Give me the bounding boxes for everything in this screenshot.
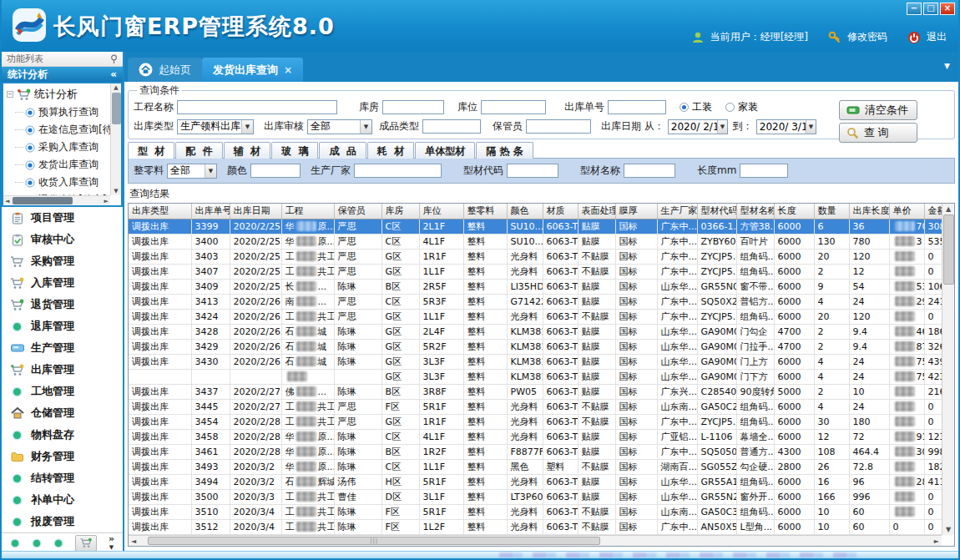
sidebar-item-工地管理[interactable]: 工地管理	[2, 381, 123, 402]
material-tab[interactable]: 成 品	[319, 142, 366, 159]
keeper-input[interactable]	[526, 119, 591, 134]
sidebar-item-入库管理[interactable]: 入库管理	[2, 272, 123, 294]
profile-name-input[interactable]	[624, 164, 675, 178]
table-row[interactable]: G区3L3F整料KLM38176063-T5贴膜国标山东华...GA90M09.…	[129, 369, 952, 384]
table-vertical-scrollbar[interactable]: ▲ ▼	[942, 204, 954, 535]
dot-icon[interactable]	[32, 538, 42, 548]
maximize-button[interactable]: □	[923, 3, 938, 15]
gongzhuang-radio[interactable]	[680, 103, 689, 112]
close-window-button[interactable]: ×	[940, 3, 955, 15]
column-header-no[interactable]: 出库单号	[191, 204, 230, 219]
jiazhuang-radio[interactable]	[725, 103, 735, 112]
dot-icon[interactable]	[10, 538, 20, 548]
column-header-type[interactable]: 出库类型	[129, 204, 191, 219]
scroll-right-icon[interactable]: ►	[934, 537, 939, 545]
column-header-surface[interactable]: 表面处理	[578, 204, 615, 219]
table-row[interactable]: 调拨出库34092020/2/25长...陈琳B区2R5F整料LI35HD606…	[129, 279, 952, 294]
scroll-down-icon[interactable]: ▼	[946, 526, 951, 533]
out-type-select[interactable]: 生产领料出库 ▼	[177, 119, 254, 134]
table-row[interactable]: 调拨出库34242020/2/26工共工程严思G区1L1F整料光身料6063-T…	[129, 309, 952, 324]
table-row[interactable]: 调拨出库35122020/3/4工共工程陈琳F区1L2F整料光身料6063-T5…	[129, 519, 952, 534]
material-tab[interactable]: 玻 璃	[271, 142, 318, 159]
material-tab[interactable]: 单体型材	[415, 142, 475, 159]
column-header-price[interactable]: 单价	[889, 204, 924, 219]
length-input[interactable]	[740, 164, 788, 178]
tree-item[interactable]: 收货入库查询	[3, 174, 121, 191]
table-row[interactable]: 调拨出库34582020/2/28华原...陈琳C区4L1F整料光身料6063-…	[129, 429, 952, 444]
table-row[interactable]: 调拨出库34282020/2/26石城陈琳G区2L4F整料KLM38176063…	[129, 324, 952, 339]
tree-root[interactable]: − 统计分析	[3, 83, 121, 103]
table-row[interactable]: 调拨出库34302020/2/26石城陈琳G区3L3F整料KLM38176063…	[129, 354, 952, 369]
warehouse-input[interactable]	[382, 100, 444, 114]
table-row[interactable]: 调拨出库34132020/2/26南...严思C区5R3F整料G71422606…	[129, 294, 952, 309]
column-header-qty[interactable]: 数量	[814, 204, 849, 219]
clear-conditions-button[interactable]: 清空条件	[839, 100, 917, 120]
dot-icon[interactable]	[53, 538, 63, 548]
sidebar-item-仓储管理[interactable]: 仓储管理	[2, 402, 123, 424]
tab-shipment-out-query[interactable]: 发货出库查询 ×	[202, 58, 303, 82]
column-header-project[interactable]: 工程	[281, 204, 334, 219]
sidebar-item-补单中心[interactable]: 补单中心	[2, 489, 123, 511]
whole-select[interactable]: 全部 ▼	[167, 164, 217, 179]
table-row[interactable]: 调拨出库35002020/3/3工共工程曹佳D区3L1F整料LT3P606063…	[129, 489, 952, 504]
scroll-left-icon[interactable]: ◄	[131, 537, 136, 545]
table-row[interactable]: 调拨出库34612020/2/28华原...陈琳B区1R2F整料F8877FT6…	[129, 444, 952, 459]
sidebar-item-财务管理[interactable]: 财务管理	[2, 446, 123, 467]
product-type-input[interactable]	[422, 119, 481, 134]
table-row[interactable]: 调拨出库34002020/2/25华原...严思C区4L1F整料SU10...6…	[129, 234, 952, 249]
scroll-right-icon[interactable]: ►	[104, 198, 109, 204]
column-header-date[interactable]: 出库日期	[230, 204, 281, 219]
material-tab[interactable]: 耗 材	[367, 142, 414, 159]
sidebar-item-项目管理[interactable]: 项目管理	[2, 207, 123, 229]
table-row[interactable]: 调拨出库34932020/3/2华原...陈琳C区1L1F整料黑色塑料不贴膜国标…	[129, 459, 952, 474]
sidebar-item-审核中心[interactable]: 审核中心	[2, 229, 123, 250]
scroll-thumb[interactable]	[13, 197, 73, 204]
table-horizontal-scrollbar[interactable]: ◄ ||| ►	[129, 535, 942, 546]
material-tab[interactable]: 隔 热 条	[476, 142, 533, 159]
search-button[interactable]: 查 询	[839, 123, 917, 143]
material-tab[interactable]: 配 件	[175, 142, 222, 159]
cart-button[interactable]	[75, 535, 97, 552]
location-input[interactable]	[481, 100, 546, 114]
column-header-warehouse[interactable]: 库房	[381, 204, 419, 219]
table-row[interactable]: 调拨出库35102020/3/4工共工程陈琳F区5R1F整料光身料6063-T5…	[129, 504, 952, 519]
column-header-material[interactable]: 材质	[543, 204, 578, 219]
column-header-length[interactable]: 长度	[774, 204, 814, 219]
column-header-code[interactable]: 型材代码	[697, 204, 736, 219]
close-tab-icon[interactable]: ×	[284, 64, 292, 76]
date-from-select[interactable]: 2020/ 2/16 ▼	[668, 119, 728, 134]
profile-code-input[interactable]	[507, 164, 558, 178]
column-header-name[interactable]: 型材名称	[736, 204, 774, 219]
column-header-whole[interactable]: 整零料	[463, 204, 507, 219]
tree-item[interactable]: 在途信息查询[待	[3, 121, 121, 139]
scroll-thumb[interactable]	[943, 214, 954, 285]
tab-home[interactable]: 起始页	[128, 58, 202, 82]
change-password-link[interactable]: 修改密码	[847, 30, 887, 44]
table-row[interactable]: 调拨出库34942020/3/2石辉城汤伟H区5R1F整料光身料6063-T5贴…	[129, 474, 952, 489]
pin-icon[interactable]	[110, 54, 118, 64]
column-header-color[interactable]: 颜色	[507, 204, 543, 219]
column-header-location[interactable]: 库位	[419, 204, 463, 219]
column-header-film[interactable]: 膜厚	[615, 204, 657, 219]
out-audit-select[interactable]: 全部 ▼	[307, 119, 372, 134]
logout-link[interactable]: 退出	[927, 30, 947, 44]
table-row[interactable]: 调拨出库34542020/2/28工共工程严思G区1R1F整料光身料6063-T…	[129, 414, 952, 429]
order-no-input[interactable]	[608, 100, 666, 114]
column-header-maker[interactable]: 生产厂家	[657, 204, 697, 219]
tree-item[interactable]: 发货出库查询	[3, 156, 121, 174]
scroll-down-icon[interactable]: ▼	[114, 188, 118, 194]
sidebar-item-出库管理[interactable]: 出库管理	[2, 359, 123, 381]
sidebar-item-退货管理[interactable]: 退货管理	[2, 294, 123, 315]
collapse-icon[interactable]: «	[110, 68, 117, 80]
project-name-input[interactable]	[177, 100, 337, 114]
tree-item[interactable]: 采购入库查询	[3, 139, 121, 156]
scroll-thumb[interactable]: |||	[148, 537, 600, 545]
table-row[interactable]: 调拨出库34372020/2/27佛...陈琳B区3R8F整料PW056063-…	[129, 384, 952, 399]
tab-list-caret-icon[interactable]: ▼	[944, 62, 950, 70]
scroll-up-icon[interactable]: ▲	[946, 205, 951, 213]
column-header-keeper[interactable]: 保管员	[334, 204, 381, 219]
table-row[interactable]: 调拨出库34032020/2/25工共工程严思G区1R1F整料光身料6063-T…	[129, 249, 952, 264]
sidebar-item-采购管理[interactable]: 采购管理	[2, 250, 123, 272]
table-row[interactable]: 调拨出库34072020/2/25工共工程严思G区1L1F整料光身料6063-T…	[129, 264, 952, 279]
material-tab[interactable]: 辅 材	[224, 142, 270, 159]
